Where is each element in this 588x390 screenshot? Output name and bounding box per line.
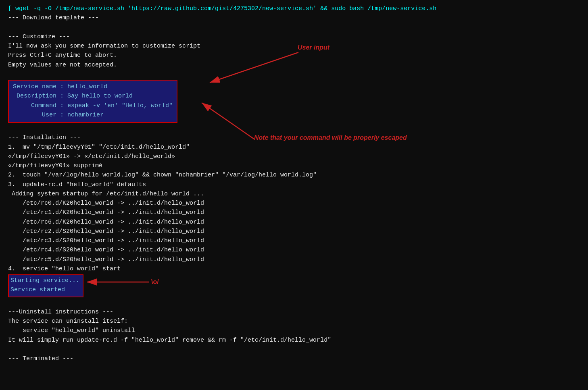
service-started-line: Service started xyxy=(10,285,79,295)
terminal-line-22: /etc/rc4.d/S20hello_world -> ../init.d/h… xyxy=(8,245,580,255)
terminal-line-18: /etc/rc1.d/K20hello_world -> ../init.d/h… xyxy=(8,208,580,217)
terminal-line-23: /etc/rc5.d/S20hello_world -> ../init.d/h… xyxy=(8,255,580,264)
terminal-line-16: Adding system startup for /etc/init.d/he… xyxy=(8,189,580,199)
terminal-line-2: --- Download template --- xyxy=(8,13,580,23)
terminal-line-24: 4. service "hello_world" start xyxy=(8,264,580,274)
user-input-block: Service name : hello_world Description :… xyxy=(8,80,177,123)
command-line: Command : espeak -v 'en' "Hello, world" xyxy=(13,101,173,110)
terminal-line-25 xyxy=(8,298,580,307)
terminal-line-12: «/tmp/fileevyY01» -> «/etc/init.d/hello_… xyxy=(8,152,580,161)
terminal-line-11: 1. mv "/tmp/fileevyY01" "/etc/init.d/hel… xyxy=(8,143,580,152)
terminal-line-9 xyxy=(8,124,580,133)
terminal-window: [ wget -q -O /tmp/new-service.sh 'https:… xyxy=(0,0,588,371)
terminal-line-28: service "hello_world" uninstall xyxy=(8,326,580,335)
starting-service-line: Starting service... xyxy=(10,276,79,285)
user-line: User : nchambrier xyxy=(13,110,173,120)
terminal-line-27: The service can uninstall itself: xyxy=(8,317,580,326)
terminal-line-4: --- Customize --- xyxy=(8,32,580,41)
terminal-line-31: --- Terminated --- xyxy=(8,354,580,363)
terminal-line-29: It will simply run update-rc.d -f "hello… xyxy=(8,336,580,345)
terminal-line-7: Empty values are not accepted. xyxy=(8,60,580,70)
terminal-line-15: 3. update-rc.d "hello_world" defaults xyxy=(8,180,580,189)
terminal-line-20: /etc/rc2.d/S20hello_world -> ../init.d/h… xyxy=(8,227,580,236)
terminal-line-26: ---Uninstall instructions --- xyxy=(8,307,580,317)
user-input-annotation: User input xyxy=(298,43,329,53)
terminal-line-21: /etc/rc3.d/S20hello_world -> ../init.d/h… xyxy=(8,236,580,245)
description-line: Description : Say hello to world xyxy=(13,91,173,101)
terminal-line-8 xyxy=(8,70,580,79)
terminal-line-6: Press Ctrl+C anytime to abort. xyxy=(8,51,580,60)
terminal-line-30 xyxy=(8,345,580,354)
terminal-line-1: [ wget -q -O /tmp/new-service.sh 'https:… xyxy=(8,4,580,13)
terminal-line-5: I'll now ask you some information to cus… xyxy=(8,41,580,51)
note-annotation: Note that your command will be properly … xyxy=(254,133,407,143)
celebration-annotation: \o/ xyxy=(151,277,159,287)
service-name-line: Service name : hello_world xyxy=(13,82,173,91)
terminal-line-17: /etc/rc0.d/K20hello_world -> ../init.d/h… xyxy=(8,199,580,208)
terminal-line-13: «/tmp/fileevyY01» supprimé xyxy=(8,161,580,170)
terminal-line-14: 2. touch "/var/log/hello_world.log" && c… xyxy=(8,170,580,180)
terminal-line-19: /etc/rc6.d/K20hello_world -> ../init.d/h… xyxy=(8,218,580,227)
terminal-line-3 xyxy=(8,23,580,32)
service-started-block: Starting service... Service started xyxy=(8,274,83,297)
